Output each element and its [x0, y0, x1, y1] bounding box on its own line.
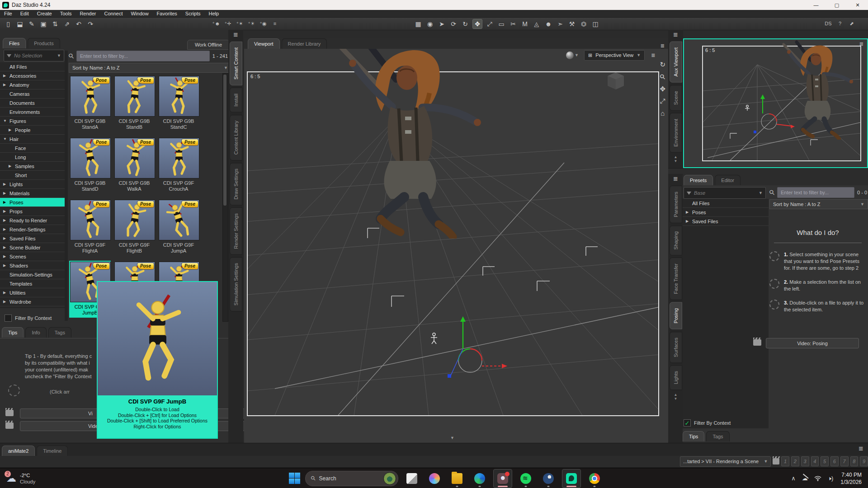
- menu-item[interactable]: Scripts: [181, 11, 205, 16]
- lesson-page-button[interactable]: 5: [821, 456, 829, 466]
- files-tree-item[interactable]: ▶ Saved Files: [0, 234, 65, 243]
- tree-expand-icon[interactable]: ▶: [3, 83, 8, 87]
- menu-item[interactable]: Favorites: [153, 11, 181, 16]
- import-icon[interactable]: ⇅: [51, 19, 60, 28]
- dock-tab[interactable]: Aux Viewport: [670, 42, 682, 83]
- files-tree-item[interactable]: ▶ Lights: [0, 180, 65, 189]
- close-button[interactable]: ✕: [847, 0, 868, 10]
- merge-file-icon[interactable]: ✎: [27, 19, 36, 28]
- files-tree-item[interactable]: Short: [0, 171, 65, 180]
- node-selection-icon[interactable]: ➤: [437, 19, 446, 28]
- bottom-dock-tab[interactable]: Timeline: [37, 446, 68, 456]
- lesson-page-button[interactable]: 2: [791, 456, 799, 466]
- tree-expand-icon[interactable]: ▶: [3, 209, 8, 213]
- add-figure-icon[interactable]: ⁺☻: [212, 19, 221, 28]
- lesson-page-button[interactable]: 4: [811, 456, 819, 466]
- files-tree-item[interactable]: ▶ People: [0, 126, 65, 135]
- joint-editor-icon[interactable]: ◉: [425, 19, 434, 28]
- taskbar-explorer-icon[interactable]: [448, 469, 466, 488]
- files-tree-item[interactable]: Documents: [0, 99, 65, 108]
- dock-tab[interactable]: Draw Settings: [230, 163, 242, 205]
- filter-by-context-right[interactable]: ✓ Filter By Context: [684, 419, 731, 427]
- clock[interactable]: 7:40 PM 1/3/2026: [840, 471, 862, 486]
- lesson-page-button[interactable]: 1: [781, 456, 789, 466]
- add-effect-icon[interactable]: ⁺✶: [235, 19, 244, 28]
- tree-expand-icon[interactable]: ▶: [3, 191, 8, 195]
- orbit-tool-icon[interactable]: ↻: [461, 19, 470, 28]
- menu-item[interactable]: Help: [204, 11, 223, 16]
- pose-grid-item[interactable]: Pose CDI SVP G9FCrouchA: [158, 137, 199, 194]
- daz-central-icon[interactable]: DS: [824, 19, 833, 28]
- files-tree-item[interactable]: ▶ Wardrobe: [0, 297, 65, 306]
- menu-item[interactable]: Connect: [100, 11, 127, 16]
- tree-expand-icon[interactable]: ▶: [9, 164, 13, 168]
- group-tool-icon[interactable]: ☻: [544, 19, 553, 28]
- render-icon[interactable]: ◫: [591, 19, 600, 28]
- grid-snap-icon[interactable]: ▦: [414, 19, 423, 28]
- files-tree-item[interactable]: ▶ Poses: [0, 198, 65, 207]
- viewport-options-icon[interactable]: ≣: [651, 52, 655, 58]
- redo-icon[interactable]: ↷: [86, 19, 95, 28]
- hidden-icons-chevron[interactable]: ∧: [791, 475, 796, 482]
- files-tree-item[interactable]: ▶ Accessories: [0, 71, 65, 80]
- lesson-page-button[interactable]: 8: [850, 456, 859, 466]
- frame-view-icon[interactable]: ⤢: [660, 97, 665, 105]
- pose-grid-item[interactable]: Pose CDI SVP G9FFlightA: [69, 199, 111, 256]
- pose-grid-item[interactable]: Pose CDI SVP G9BStandB: [113, 75, 155, 132]
- presets-tab[interactable]: Presets: [684, 175, 713, 185]
- lesson-page-button[interactable]: 6: [830, 456, 839, 466]
- taskbar-edge-icon[interactable]: [471, 469, 489, 488]
- viewport-resize-handle[interactable]: ▼: [450, 436, 454, 440]
- panel-splitter[interactable]: [65, 51, 68, 321]
- tree-expand-icon[interactable]: ▶: [3, 236, 8, 240]
- right-tips-tab[interactable]: Tags: [706, 431, 729, 441]
- presets-tree-item[interactable]: ▶ Saved Files: [683, 217, 769, 226]
- maximize-button[interactable]: ▢: [826, 0, 847, 10]
- pose-thumbnail[interactable]: Pose: [159, 76, 199, 117]
- files-tree-item[interactable]: ▶ Scene Builder: [0, 243, 65, 252]
- pose-thumbnail[interactable]: Pose: [114, 138, 155, 178]
- bottom-dock-tab[interactable]: aniMate2: [2, 446, 35, 456]
- tree-expand-icon[interactable]: ▼: [3, 119, 8, 123]
- tree-expand-icon[interactable]: ▶: [3, 263, 8, 267]
- tree-expand-icon[interactable]: ▶: [3, 182, 8, 186]
- dock-tab[interactable]: Surfaces: [670, 332, 682, 363]
- tabstrip-scroll-icons[interactable]: ▲▼: [674, 155, 678, 163]
- checkbox-icon[interactable]: ✓: [5, 314, 12, 322]
- left-panel-tab[interactable]: Products: [28, 38, 60, 48]
- taskbar-daz-icon[interactable]: [562, 469, 581, 488]
- viewport-tab[interactable]: Viewport: [248, 38, 280, 49]
- list-icon[interactable]: ≡: [270, 19, 279, 28]
- pose-grid-item[interactable]: Pose CDI SVP G9BWalkA: [113, 137, 155, 194]
- orbit-view-icon[interactable]: ↻: [660, 61, 665, 69]
- minimize-button[interactable]: —: [806, 0, 826, 10]
- pose-thumbnail[interactable]: Pose: [70, 200, 111, 240]
- view-orientation-cube[interactable]: [604, 69, 627, 92]
- lesson-dropdown[interactable]: ...tarted > VII - Rendering a Scene ▼: [680, 456, 771, 467]
- tree-expand-icon[interactable]: ▶: [3, 227, 8, 231]
- files-tree-item[interactable]: ▼ Hair: [0, 135, 65, 144]
- files-tree-item[interactable]: Simulation-Settings: [0, 270, 65, 279]
- pose-grid-item[interactable]: Pose CDI SVP G9BStandD: [69, 137, 111, 194]
- aux-viewport[interactable]: ≣: [683, 38, 868, 168]
- tabstrip-scroll-icons[interactable]: ▲▼: [674, 393, 678, 401]
- pose-grid-item[interactable]: Pose CDI SVP G9BStandA: [69, 75, 111, 132]
- add-camera-icon[interactable]: ⁺◉: [259, 19, 268, 28]
- dock-tab[interactable]: Simulation Settings: [230, 257, 242, 311]
- taskbar-search[interactable]: ⚲ Search: [305, 471, 398, 486]
- camera-view-dropdown[interactable]: ⊞ Perspective View ▼: [584, 50, 645, 61]
- pane-options-icon[interactable]: ≣: [859, 445, 863, 452]
- pose-thumbnail[interactable]: Pose: [114, 200, 155, 240]
- left-search-input[interactable]: Enter text to filter by...: [76, 51, 210, 61]
- dock-tab[interactable]: Smart Content: [230, 42, 242, 85]
- publish-icon[interactable]: ⬈: [847, 19, 856, 28]
- pane-options-icon[interactable]: ≣: [660, 43, 665, 49]
- menu-item[interactable]: File: [0, 11, 16, 16]
- onedrive-paused-icon[interactable]: ☁: [802, 475, 808, 482]
- files-tree-item[interactable]: Cameras: [0, 89, 65, 99]
- dock-tab[interactable]: Render Settings: [230, 207, 242, 255]
- tree-expand-icon[interactable]: ▶: [3, 254, 8, 258]
- lesson-page-button[interactable]: 3: [801, 456, 809, 466]
- files-tree-item[interactable]: Templates: [0, 279, 65, 288]
- tree-expand-icon[interactable]: ▶: [686, 210, 690, 214]
